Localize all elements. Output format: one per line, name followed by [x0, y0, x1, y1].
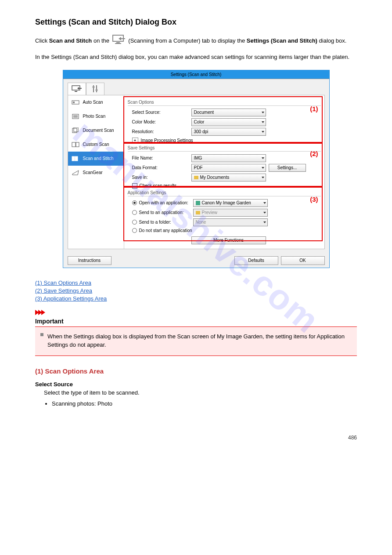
data-format-settings-button[interactable]: Settings...: [269, 164, 306, 172]
select-color-mode-value: Color: [194, 120, 205, 124]
field-desc-text: Select the type of item to be scanned.: [44, 389, 140, 396]
label-select-source: Select Source:: [132, 110, 191, 115]
ok-label: OK: [299, 258, 306, 263]
send-app-value: Preview: [202, 210, 218, 215]
more-functions-label: More Functions: [213, 238, 244, 243]
label-image-processing: Image Processing Settings: [141, 138, 193, 143]
sidebar-item-custom-scan[interactable]: Custom Scan: [68, 138, 124, 152]
svg-rect-1: [116, 42, 120, 43]
preview-icon: [196, 211, 200, 214]
photo-scan-icon: [72, 113, 79, 120]
select-source-value: Document: [194, 110, 214, 115]
open-app-value: Canon My Image Garden: [202, 200, 251, 205]
expand-image-processing[interactable]: +: [132, 138, 138, 144]
intro-text-f: dialog box.: [319, 37, 347, 44]
defaults-label: Defaults: [248, 258, 264, 263]
bullet-icon: [40, 333, 43, 336]
highlight-3-label: (3): [310, 196, 318, 203]
label-file-name: File Name:: [132, 156, 191, 160]
svg-rect-10: [73, 102, 75, 103]
radio-send-folder[interactable]: [132, 220, 137, 225]
svg-point-6: [92, 86, 94, 88]
svg-rect-4: [75, 91, 77, 92]
intro-text-a: Click: [35, 37, 49, 44]
document-scan-icon: [72, 127, 79, 134]
label-no-app: Do not start any application: [139, 228, 192, 233]
page-title: Settings (Scan and Stitch) Dialog Box: [35, 18, 357, 27]
link-scan-options[interactable]: (1) Scan Options Area: [35, 279, 91, 286]
important-arrow-icon: [35, 310, 357, 315]
data-format-value: PDF: [194, 165, 203, 170]
monitor-arrow-icon: [112, 35, 126, 47]
scangear-icon: [72, 170, 79, 176]
group-application-settings: Application Settings: [128, 190, 321, 196]
important-box: When the Settings dialog box is displaye…: [35, 326, 357, 356]
highlight-2-label: (2): [310, 150, 318, 157]
tab-scan-from-computer[interactable]: [68, 83, 86, 95]
select-open-app[interactable]: Canon My Image Garden: [193, 199, 268, 207]
select-color-mode[interactable]: Color: [191, 118, 266, 126]
settings-dialog: Settings (Scan and Stitch) Auto Scan: [63, 70, 330, 268]
send-folder-value: None: [196, 220, 206, 225]
label-check-results: Check scan results: [140, 183, 176, 188]
subhead-scan-options: (1) Scan Options Area: [35, 367, 357, 375]
ok-button[interactable]: OK: [281, 256, 325, 265]
radio-no-app[interactable]: [132, 228, 137, 233]
defaults-button[interactable]: Defaults: [234, 256, 278, 265]
app-icon: [196, 201, 200, 205]
highlight-1-label: (1): [310, 105, 318, 112]
save-in-value: My Documents: [200, 175, 230, 180]
sidebar-label-custom-scan: Custom Scan: [83, 142, 109, 147]
field-desc-li1: Scanning photos: Photo: [52, 399, 357, 408]
svg-rect-16: [76, 142, 79, 147]
select-source[interactable]: Document: [191, 109, 266, 116]
important-text: When the Settings dialog box is displaye…: [47, 333, 345, 348]
sidebar-label-document-scan: Document Scan: [83, 128, 114, 133]
dialog-sidebar: Auto Scan Photo Scan Document Scan Custo…: [68, 95, 124, 249]
sidebar-item-document-scan[interactable]: Document Scan: [68, 123, 124, 138]
select-save-in[interactable]: My Documents: [191, 174, 266, 181]
sidebar-item-auto-scan[interactable]: Auto Scan: [68, 95, 124, 109]
instructions-button[interactable]: Instructions: [68, 256, 111, 265]
field-select-source-desc: Select the type of item to be scanned. S…: [44, 388, 357, 408]
svg-rect-2: [115, 43, 121, 44]
select-resolution[interactable]: 300 dpi: [191, 128, 266, 136]
sidebar-item-scangear[interactable]: ScanGear: [68, 166, 124, 180]
field-select-source: Select Source: [35, 381, 357, 388]
select-data-format[interactable]: PDF: [191, 164, 266, 172]
auto-scan-icon: [72, 99, 79, 105]
sidebar-label-scangear: ScanGear: [83, 170, 103, 175]
sidebar-item-scan-stitch[interactable]: Scan and Stitch: [68, 152, 124, 166]
section-links: (1) Scan Options Area (2) Save Settings …: [35, 279, 357, 302]
intro-bold-1: Scan and Stitch: [49, 37, 92, 44]
group-scan-options: Scan Options: [128, 100, 321, 106]
input-file-name[interactable]: IMG: [191, 154, 266, 162]
link-save-settings[interactable]: (2) Save Settings Area: [35, 287, 92, 294]
link-application-settings[interactable]: (3) Application Settings Area: [35, 295, 107, 302]
radio-open-app[interactable]: [132, 200, 137, 205]
sidebar-label-auto-scan: Auto Scan: [83, 100, 103, 105]
intro-paragraph: Click Scan and Stitch on the (Scanning f…: [35, 35, 357, 47]
label-data-format: Data Format:: [132, 165, 191, 170]
sidebar-item-photo-scan[interactable]: Photo Scan: [68, 109, 124, 123]
svg-rect-12: [73, 115, 78, 118]
select-send-folder[interactable]: None: [193, 218, 268, 226]
dialog-titlebar: Settings (Scan and Stitch): [63, 70, 329, 79]
svg-point-8: [95, 89, 97, 91]
checkbox-check-results[interactable]: [132, 183, 137, 189]
important-title: Important: [35, 318, 357, 325]
radio-send-app[interactable]: [132, 210, 137, 215]
paragraph-2: In the Settings (Scan and Stitch) dialog…: [35, 53, 357, 62]
select-resolution-value: 300 dpi: [194, 129, 209, 134]
select-send-app[interactable]: Preview: [193, 209, 268, 217]
more-functions-button[interactable]: More Functions: [191, 236, 266, 244]
svg-rect-7: [96, 85, 97, 92]
folder-icon: [194, 176, 198, 179]
intro-bold-2: Settings (Scan and Stitch): [247, 37, 317, 44]
svg-rect-18: [75, 156, 78, 161]
label-save-in: Save in:: [132, 175, 191, 180]
settings-btn-label: Settings...: [277, 165, 297, 170]
page-number: 486: [0, 435, 392, 454]
sidebar-label-photo-scan: Photo Scan: [83, 114, 106, 119]
tab-general[interactable]: [86, 83, 104, 95]
